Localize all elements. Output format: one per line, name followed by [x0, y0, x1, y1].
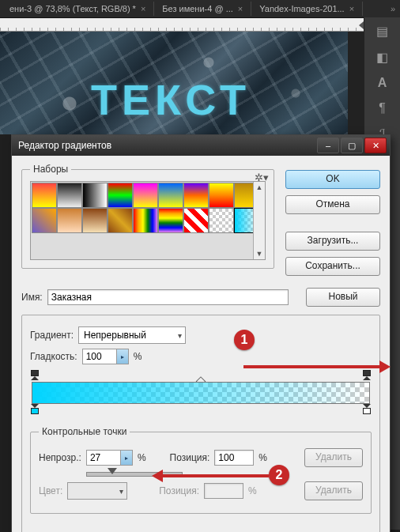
- preset-swatch[interactable]: [183, 183, 209, 208]
- opacity-field[interactable]: [86, 450, 121, 466]
- layers-icon[interactable]: ▤: [376, 24, 388, 39]
- minimize-button[interactable]: –: [317, 138, 339, 153]
- canvas[interactable]: ТЕКСТ: [0, 32, 400, 134]
- maximize-button[interactable]: ▢: [341, 138, 363, 153]
- gradient-preview[interactable]: [32, 382, 370, 404]
- ok-button[interactable]: OK: [285, 170, 380, 189]
- percent-label: %: [134, 351, 142, 362]
- scrollbar[interactable]: ▲ ▼: [253, 182, 265, 259]
- collapse-handle[interactable]: [359, 21, 364, 29]
- presets-fieldset: Наборы ✲▾: [21, 164, 274, 269]
- tab-label: ени-3 @ 73,8% (Текст, RGB/8) *: [9, 4, 136, 13]
- gradient-editor-dialog: Редактор градиентов – ▢ ✕ Наборы ✲▾: [11, 134, 391, 532]
- annotation-arrow-2: [161, 474, 269, 477]
- dialog-titlebar[interactable]: Редактор градиентов – ▢ ✕: [12, 135, 390, 156]
- close-icon[interactable]: ×: [141, 4, 145, 13]
- canvas-image: ТЕКСТ: [0, 32, 348, 134]
- type-icon[interactable]: A: [378, 76, 387, 90]
- preset-swatch[interactable]: [82, 208, 108, 233]
- opacity-label: Непрозр.:: [39, 452, 81, 463]
- gradient-type-select[interactable]: Непрерывный: [78, 326, 186, 344]
- preset-swatch[interactable]: [209, 208, 234, 233]
- color-swatch-select: [67, 482, 127, 500]
- tab-item[interactable]: Yandex-Images-201...×: [251, 2, 363, 16]
- horizontal-ruler: [0, 18, 400, 32]
- preset-swatch[interactable]: [32, 183, 57, 208]
- preset-swatch[interactable]: [133, 208, 158, 233]
- gradient-type-value: Непрерывный: [84, 330, 146, 341]
- color-stop[interactable]: [363, 404, 371, 413]
- tab-item[interactable]: Без имени-4 @ ...×: [154, 2, 251, 16]
- gradient-settings: Градиент: Непрерывный Гладкость: ▸ %: [21, 315, 380, 532]
- delete-opacity-stop-button: Удалить: [304, 448, 363, 467]
- smoothness-field[interactable]: [82, 349, 117, 364]
- presets-label: Наборы: [30, 164, 71, 175]
- load-button[interactable]: Загрузить...: [285, 232, 380, 251]
- save-button[interactable]: Сохранить...: [285, 257, 380, 276]
- presets-list[interactable]: ▲ ▼: [30, 181, 266, 260]
- gradient-type-label: Градиент:: [30, 330, 74, 341]
- control-points-fieldset: Контрольные точки Непрозр.: ▸ % Позиция:…: [30, 426, 372, 514]
- annotation-badge-1: 1: [234, 330, 255, 350]
- close-icon[interactable]: ×: [238, 4, 243, 13]
- preset-swatch[interactable]: [82, 183, 108, 208]
- new-button[interactable]: Новый: [306, 288, 380, 307]
- scroll-up-icon[interactable]: ▲: [254, 182, 265, 193]
- dialog-title: Редактор градиентов: [18, 140, 111, 151]
- smoothness-input[interactable]: ▸: [82, 349, 129, 364]
- preset-swatch[interactable]: [209, 183, 234, 208]
- paragraph-icon[interactable]: ¶: [379, 101, 386, 115]
- opacity-input[interactable]: ▸: [86, 450, 133, 466]
- swatches-icon[interactable]: ◧: [376, 50, 388, 65]
- cancel-button[interactable]: Отмена: [285, 195, 380, 214]
- close-button[interactable]: ✕: [364, 138, 387, 153]
- close-icon[interactable]: ×: [349, 4, 354, 13]
- opacity-stop[interactable]: [363, 371, 371, 380]
- preset-swatch[interactable]: [108, 208, 133, 233]
- chevron-right-icon[interactable]: ▸: [121, 450, 133, 466]
- annotation-badge-2: 2: [269, 465, 289, 485]
- smoothness-label: Гладкость:: [30, 351, 77, 362]
- name-label: Имя:: [21, 292, 43, 303]
- opacity-stop[interactable]: [31, 371, 39, 380]
- scroll-down-icon[interactable]: ▼: [254, 248, 265, 259]
- percent-label: %: [248, 485, 257, 496]
- annotation-arrow-1: [243, 365, 381, 368]
- preset-swatch[interactable]: [183, 208, 209, 233]
- percent-label: %: [258, 452, 267, 463]
- canvas-text-layer: ТЕКСТ: [91, 75, 251, 124]
- name-input[interactable]: [47, 289, 289, 305]
- preset-swatch[interactable]: [133, 183, 158, 208]
- preset-swatch[interactable]: [32, 208, 57, 233]
- position2-input: [204, 483, 243, 499]
- tab-label: Yandex-Images-201...: [259, 4, 344, 13]
- position-label: Позиция:: [170, 452, 210, 463]
- percent-label: %: [138, 452, 146, 463]
- position2-label: Позиция:: [159, 485, 199, 496]
- preset-swatch[interactable]: [57, 208, 82, 233]
- delete-color-stop-button: Удалить: [304, 481, 363, 500]
- preset-swatch[interactable]: [57, 183, 82, 208]
- tab-label: Без имени-4 @ ...: [162, 4, 232, 13]
- slider-thumb[interactable]: [108, 468, 117, 474]
- control-points-label: Контрольные точки: [39, 426, 130, 437]
- document-tabs: ени-3 @ 73,8% (Текст, RGB/8) *× Без имен…: [0, 0, 400, 18]
- tab-item[interactable]: ени-3 @ 73,8% (Текст, RGB/8) *×: [2, 2, 154, 16]
- chevron-right-icon[interactable]: ▸: [117, 349, 129, 364]
- preset-swatch[interactable]: [158, 208, 183, 233]
- preset-swatch[interactable]: [108, 183, 133, 208]
- color-label: Цвет:: [39, 485, 62, 496]
- position-input[interactable]: [214, 450, 254, 466]
- gradient-editor-bar: [32, 371, 370, 415]
- color-stop[interactable]: [31, 404, 39, 413]
- preset-swatch[interactable]: [158, 183, 183, 208]
- overflow-icon[interactable]: »: [386, 4, 400, 13]
